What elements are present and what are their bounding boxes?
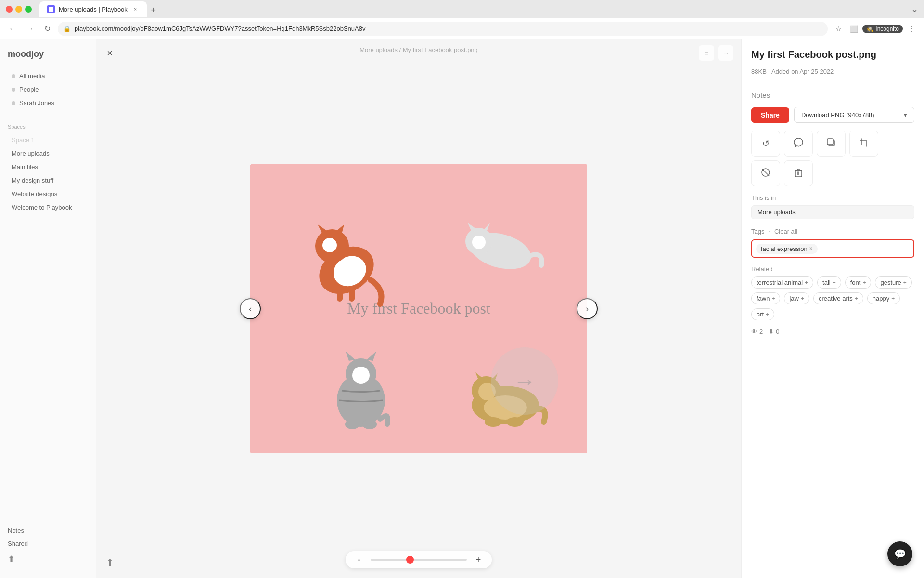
related-tag-plus-icon: + xyxy=(833,279,836,286)
related-tag-tail[interactable]: tail + xyxy=(817,276,841,289)
related-tag-font[interactable]: font + xyxy=(845,276,872,289)
stats-row: 👁 2 ⬇ 0 xyxy=(751,328,914,335)
forward-button[interactable]: → xyxy=(23,22,37,36)
related-tag-gesture[interactable]: gesture + xyxy=(875,276,911,289)
file-size: 88KB xyxy=(751,68,767,75)
comment-icon-button[interactable] xyxy=(784,131,813,157)
tags-section: Tags · Clear all facial expression × xyxy=(751,227,914,258)
main-content: × More uploads / My first Facebook post.… xyxy=(96,39,741,578)
related-section: Related terrestrial animal + tail + font… xyxy=(751,265,914,320)
related-tag-terrestrial[interactable]: terrestrial animal + xyxy=(751,276,813,289)
folder-tag-button[interactable]: More uploads xyxy=(751,205,914,219)
extensions-button[interactable]: ⬜ xyxy=(847,22,860,36)
window-chevron-icon[interactable]: ⌄ xyxy=(911,4,918,14)
prev-image-button[interactable]: ‹ xyxy=(240,298,261,319)
crop-icon-button[interactable] xyxy=(849,131,878,157)
delete-icon-button[interactable] xyxy=(784,160,813,186)
incognito-badge: 🕵 Incognito xyxy=(862,25,903,33)
forward-button-toolbar[interactable]: → xyxy=(718,45,733,61)
right-panel: My first Facebook post.png 88KB Added on… xyxy=(741,39,924,578)
sidebar-item-all-media[interactable]: All media xyxy=(4,69,92,82)
new-tab-button[interactable]: + xyxy=(147,3,160,17)
related-tag-label: fawn xyxy=(757,295,770,302)
sidebar-item-website-designs[interactable]: Website designs xyxy=(4,187,92,200)
svg-point-15 xyxy=(472,236,486,249)
tab-favicon xyxy=(47,5,55,13)
tags-input-area[interactable]: facial expression × xyxy=(751,239,914,258)
related-tag-happy[interactable]: happy + xyxy=(867,292,900,304)
related-tag-label: creative arts xyxy=(819,295,853,302)
tag-remove-button[interactable]: × xyxy=(809,245,813,252)
related-tag-label: tail xyxy=(822,279,831,286)
upload-icon-symbol: ⬆ xyxy=(106,557,114,568)
sidebar-shared[interactable]: Shared xyxy=(8,537,88,550)
svg-point-18 xyxy=(352,367,370,384)
tab-title: More uploads | Playbook xyxy=(59,6,128,13)
folder-tag-label: More uploads xyxy=(757,209,796,216)
nav-actions: ☆ ⬜ 🕵 Incognito ⋮ xyxy=(832,22,918,36)
close-viewer-button[interactable]: × xyxy=(102,45,117,61)
sidebar-item-welcome[interactable]: Welcome to Playbook xyxy=(4,201,92,214)
sidebar-upload-btn[interactable]: ⬆ xyxy=(8,550,88,568)
zoom-out-button[interactable]: - xyxy=(353,554,365,565)
hide-icon-button[interactable] xyxy=(751,160,780,186)
back-button[interactable]: ← xyxy=(6,22,19,36)
minimize-traffic-light[interactable] xyxy=(15,6,22,13)
related-tag-fawn[interactable]: fawn + xyxy=(751,292,780,304)
menu-button[interactable]: ⋮ xyxy=(905,22,918,36)
svg-point-30 xyxy=(506,417,524,427)
related-tag-creative-arts[interactable]: creative arts + xyxy=(813,292,863,304)
bookmark-button[interactable]: ☆ xyxy=(832,22,845,36)
related-tag-jaw[interactable]: jaw + xyxy=(784,292,809,304)
upload-to-folder-button[interactable]: ⬆ xyxy=(106,557,114,568)
tab-bar: More uploads | Playbook × + xyxy=(39,1,907,17)
close-traffic-light[interactable] xyxy=(6,6,13,13)
active-tab[interactable]: More uploads | Playbook × xyxy=(39,1,147,17)
eye-icon: 👁 xyxy=(751,328,757,335)
reload-icon-button[interactable]: ↺ xyxy=(751,131,780,157)
tab-close-button[interactable]: × xyxy=(131,5,139,13)
zoom-in-button[interactable]: + xyxy=(473,554,484,565)
comment-icon xyxy=(793,137,804,150)
related-tags-list: terrestrial animal + tail + font + gestu… xyxy=(751,276,914,320)
related-tag-label: terrestrial animal xyxy=(757,279,803,286)
related-label: Related xyxy=(751,265,914,273)
list-view-button[interactable]: ≡ xyxy=(699,45,714,61)
zoom-slider[interactable] xyxy=(371,559,467,561)
reload-button[interactable]: ↻ xyxy=(40,22,54,36)
share-button[interactable]: Share xyxy=(751,107,789,123)
download-button[interactable]: Download PNG (940x788) ▾ xyxy=(794,107,914,123)
next-image-button[interactable]: › xyxy=(577,298,598,319)
sidebar-item-label: Space 1 xyxy=(12,136,35,144)
sidebar-item-people[interactable]: People xyxy=(4,83,92,96)
sidebar-item-main-files[interactable]: Main files xyxy=(4,160,92,173)
sidebar-item-label: Main files xyxy=(12,163,38,171)
download-count-icon: ⬇ xyxy=(769,328,774,335)
sidebar-item-sarah-jones[interactable]: Sarah Jones xyxy=(4,96,92,109)
chat-button[interactable]: 💬 xyxy=(887,541,912,566)
copy-icon-button[interactable] xyxy=(817,131,846,157)
maximize-traffic-light[interactable] xyxy=(25,6,32,13)
sidebar-item-design-stuff[interactable]: My design stuff xyxy=(4,174,92,187)
sidebar-notes[interactable]: Notes xyxy=(8,524,88,537)
sidebar-item-more-uploads[interactable]: More uploads xyxy=(4,147,92,160)
svg-point-6 xyxy=(322,238,337,252)
file-title: My first Facebook post.png xyxy=(751,49,914,60)
shared-label: Shared xyxy=(8,540,28,547)
related-tag-label: jaw xyxy=(789,295,799,302)
notes-section-label: Notes xyxy=(751,83,914,99)
svg-text:My first Facebook post: My first Facebook post xyxy=(347,300,490,317)
tag-text-input[interactable] xyxy=(821,245,910,252)
sidebar-item-space1[interactable]: Space 1 xyxy=(4,133,92,146)
clear-all-button[interactable]: Clear all xyxy=(774,228,797,235)
browser-frame: More uploads | Playbook × + ⌄ ← → ↻ 🔒 pl… xyxy=(0,0,924,578)
page-content: moodjoy All media People Sarah Jones Spa… xyxy=(0,39,924,578)
svg-point-22 xyxy=(362,420,377,429)
svg-point-29 xyxy=(485,417,502,427)
related-tag-art[interactable]: art + xyxy=(751,308,774,320)
sidebar-bottom: Notes Shared ⬆ xyxy=(0,520,96,572)
incognito-label: Incognito xyxy=(875,26,899,32)
address-bar[interactable]: 🔒 playbook.com/moodjoy/oF8aow1mC6JgTsAzW… xyxy=(58,22,828,36)
svg-line-34 xyxy=(762,169,769,176)
related-tag-plus-icon: + xyxy=(903,279,907,286)
